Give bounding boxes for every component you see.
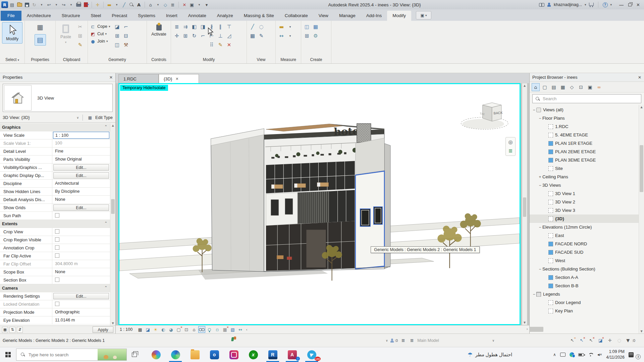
save-orientation-icon[interactable]: ⌂ (191, 326, 198, 333)
open-icon[interactable] (16, 1, 23, 8)
revit-logo-icon[interactable]: R (1, 1, 8, 8)
override-view-icon[interactable]: ▦ (249, 32, 256, 40)
caret-icon[interactable]: ▾ (286, 23, 294, 31)
dimension-icon[interactable]: ▬ (106, 1, 113, 8)
tree-item-1-rdc[interactable]: 1.RDC (530, 122, 639, 131)
sun-path-icon[interactable]: ☀ (152, 326, 159, 333)
tab-massing-site[interactable]: Massing & Site (238, 11, 279, 21)
tab-view[interactable]: View (313, 11, 334, 21)
tree-item-3d-view-3[interactable]: 3D View 3 (530, 206, 639, 215)
modify-button[interactable]: Modify (2, 22, 22, 44)
search-highlights-art[interactable] (98, 349, 126, 360)
tree-item-3d-view-1[interactable]: 3D View 1 (530, 189, 639, 198)
undo-icon[interactable]: ↩ (46, 1, 52, 8)
tray-battery-icon[interactable] (578, 353, 584, 356)
tree-item-facade-sud[interactable]: FACADE SUD (530, 248, 639, 256)
project-browser-scrollbar[interactable]: ▲ ▼ (639, 105, 644, 334)
search-icon[interactable] (539, 3, 544, 6)
notification-center-icon[interactable] (629, 352, 634, 357)
tab-architecture[interactable]: Architecture (21, 11, 56, 21)
minimize-button[interactable]: — (619, 2, 624, 7)
caret-icon[interactable]: ▾ (155, 1, 161, 8)
unpin-icon[interactable]: ⊥ (217, 32, 224, 40)
sort-descending-icon[interactable]: ⇵ (17, 327, 23, 333)
property-value-rendering-settings[interactable]: Edit... (52, 292, 110, 300)
property-value-crop-region-visible[interactable] (52, 236, 110, 244)
property-value-discipline[interactable]: Architectural (52, 180, 110, 187)
project-browser-search[interactable]: Search (532, 94, 641, 103)
tree-item-3d-views[interactable]: −3D Views (530, 181, 639, 189)
render-dialog-icon[interactable]: ◕ (167, 326, 174, 333)
tray-wifi-icon[interactable] (588, 353, 593, 357)
section-collapse-icon[interactable]: ⌃ (105, 220, 110, 228)
demolish-icon[interactable]: ⚒ (122, 41, 129, 49)
tab-precast[interactable]: Precast (106, 11, 132, 21)
qat-customize-icon[interactable]: ▾ (203, 1, 210, 8)
building[interactable]: hotel (211, 124, 390, 272)
cut-profile-icon[interactable]: ✎ (258, 32, 265, 40)
create-parts-icon[interactable]: ◫ (303, 23, 311, 31)
property-value-visibility-graphics[interactable]: Edit... (52, 164, 110, 171)
measure-tape-icon[interactable]: ▬ (278, 23, 285, 31)
match-type-icon[interactable]: ✎ (76, 41, 84, 49)
panel-label-select[interactable]: Select ▾ (0, 57, 24, 63)
mirror-pick-icon[interactable]: ◧ (191, 23, 198, 31)
pb-sheets-icon[interactable]: ▤ (550, 83, 558, 91)
caret-icon[interactable]: ▾ (38, 1, 45, 8)
align-icon[interactable]: ≣ (173, 23, 180, 31)
pb-home-icon[interactable]: ⌂ (532, 83, 540, 91)
tab-file[interactable]: File (1, 11, 21, 21)
property-value-default-analysis-dis[interactable]: None (52, 196, 110, 203)
tab-analyze[interactable]: Analyze (212, 11, 238, 21)
tree-item-plan-3eme-etage[interactable]: PLAN 3EME ETAGE (530, 156, 639, 164)
transfer-standards-icon[interactable] (83, 1, 89, 8)
temp-view-props-icon[interactable]: ▫ (214, 326, 221, 333)
switch-windows-icon[interactable]: ▣ (189, 1, 195, 8)
tree-item-facade-nord[interactable]: FACADE NORD (530, 240, 639, 248)
progress-icon[interactable]: ◌ (616, 337, 623, 344)
crop-region-visible-checkbox[interactable] (55, 237, 59, 242)
wall-joins-icon[interactable]: ⊞ (113, 32, 121, 40)
account-chevron-icon[interactable]: ▾ (585, 3, 586, 6)
property-value-annotation-crop[interactable] (52, 244, 110, 252)
project-browser-close-icon[interactable]: ✕ (638, 75, 641, 80)
viewport-vertical-scrollbar[interactable]: ▲ ▼ (522, 83, 527, 325)
property-value-section-box[interactable] (52, 276, 110, 284)
properties-scrollbar[interactable]: ▲ ▼ (110, 123, 115, 325)
building-3d-model[interactable]: hotel (119, 84, 520, 324)
sort-ascending-icon[interactable]: ⇅ (9, 327, 15, 333)
cut-button[interactable]: ◩Cut▾ (90, 31, 110, 37)
steering-wheel-icon[interactable]: ◎ (506, 138, 515, 146)
tree-item-3d[interactable]: {3D} (530, 215, 639, 223)
delete-icon[interactable]: ✕ (225, 41, 233, 49)
viewport-horizontal-scrollbar[interactable]: › (248, 325, 529, 334)
aligned-dim-icon[interactable]: ↔ (278, 32, 285, 40)
instance-selector[interactable]: 3D View: {3D} (3, 115, 75, 120)
tree-item-plan-1er-etage[interactable]: PLAN 1ER ETAGE (530, 139, 639, 147)
reveal-hidden-icon[interactable] (206, 326, 213, 333)
property-value-far-clip-offset[interactable]: 304.8000 m (52, 260, 110, 268)
reveal-constraints-icon[interactable]: ▦✕ (221, 326, 228, 333)
copilot-taskbar-button[interactable] (146, 347, 166, 362)
tag-icon[interactable]: ◇ (162, 1, 169, 8)
tab-annotate[interactable]: Annotate (183, 11, 212, 21)
tree-item-5-4eme-etage[interactable]: 5. 4EME ETAGE (530, 131, 639, 139)
help-icon[interactable] (603, 2, 608, 7)
tree-item-site[interactable]: Site (530, 164, 639, 173)
section-collapse-icon[interactable]: ⌃ (105, 123, 110, 131)
worksets-dialog-icon[interactable]: ≣ (400, 337, 407, 344)
property-value-parts-visibility[interactable]: Show Original (52, 156, 110, 163)
tab-steel[interactable]: Steel (86, 11, 107, 21)
tree-item-ceiling-plans[interactable]: +Ceiling Plans (530, 173, 639, 181)
outlook-taskbar-button[interactable]: o (205, 347, 224, 362)
start-button[interactable] (0, 347, 16, 362)
type-selector[interactable]: 3D View (3, 84, 113, 112)
tab-systems[interactable]: Systems (132, 11, 161, 21)
create-assembly-icon[interactable]: ▦ (312, 23, 319, 31)
match-type-icon[interactable]: ✎ (217, 41, 224, 49)
property-value-projection-mode[interactable]: Orthographic (52, 308, 110, 316)
thin-lines-icon[interactable] (128, 1, 135, 8)
property-value-eye-elevation[interactable]: 11.0146 m (52, 316, 110, 324)
zoom-control-icon[interactable]: ≣ (506, 147, 515, 155)
displacement-sets-icon[interactable]: ▧ (229, 326, 236, 333)
